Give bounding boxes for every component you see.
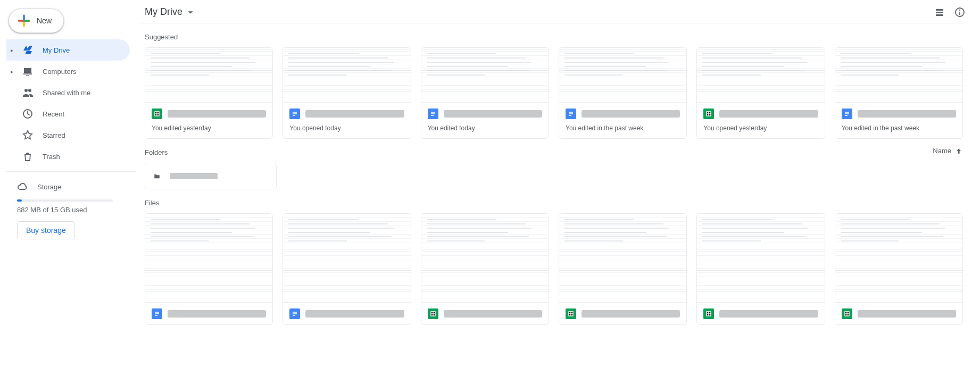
recent-icon xyxy=(22,108,33,119)
suggested-card[interactable]: You edited today xyxy=(421,47,549,139)
header: My Drive xyxy=(138,2,967,23)
sheets-icon xyxy=(703,108,714,119)
file-subtitle: You edited today xyxy=(421,124,549,138)
file-card[interactable] xyxy=(696,213,825,325)
sheets-icon xyxy=(566,308,576,319)
plus-icon xyxy=(18,14,30,27)
file-title-redacted xyxy=(444,110,542,118)
shared-icon xyxy=(22,87,33,98)
file-subtitle: You opened today xyxy=(283,124,410,138)
expand-icon[interactable]: ▸ xyxy=(11,47,16,53)
breadcrumb[interactable]: My Drive xyxy=(145,6,195,18)
thumbnail xyxy=(835,48,962,103)
list-view-icon xyxy=(934,7,945,18)
sidebar-item-label: Recent xyxy=(43,110,64,118)
section-title-suggested: Suggested xyxy=(138,23,967,47)
thumbnail xyxy=(283,48,410,103)
sidebar-item-storage[interactable]: Storage xyxy=(6,176,136,197)
sort-label: Name xyxy=(933,147,951,155)
nav-list: ▸ My Drive ▸ Computers Shared with me Re… xyxy=(6,39,136,167)
sort-button[interactable]: Name xyxy=(933,147,967,155)
new-button[interactable]: New xyxy=(9,9,64,33)
docs-icon xyxy=(152,308,162,319)
expand-icon[interactable]: ▸ xyxy=(11,69,16,74)
thumbnail xyxy=(421,48,549,103)
files-grid xyxy=(138,213,967,325)
sidebar-item-shared[interactable]: Shared with me xyxy=(6,82,130,103)
thumbnail xyxy=(835,214,962,303)
suggested-card[interactable]: You edited in the past week xyxy=(835,47,963,139)
sidebar-item-recent[interactable]: Recent xyxy=(6,103,130,124)
file-title-redacted xyxy=(582,310,680,318)
folder-icon xyxy=(152,171,162,181)
sidebar-item-computers[interactable]: ▸ Computers xyxy=(6,61,130,82)
thumbnail xyxy=(559,48,686,103)
thumbnail xyxy=(145,214,272,303)
section-title-files: Files xyxy=(138,189,967,213)
file-card[interactable] xyxy=(145,213,273,325)
storage-label: Storage xyxy=(37,183,62,191)
caret-down-icon xyxy=(186,7,195,17)
info-icon xyxy=(954,7,965,18)
file-title-redacted xyxy=(858,110,956,118)
star-icon xyxy=(22,130,33,140)
sheets-icon xyxy=(842,308,852,319)
file-card[interactable] xyxy=(835,213,963,325)
sidebar-item-label: Shared with me xyxy=(43,89,90,97)
sheets-icon xyxy=(152,108,162,119)
sidebar: New ▸ My Drive ▸ Computers Shared with m… xyxy=(0,0,136,325)
details-button[interactable] xyxy=(954,7,965,18)
suggested-card[interactable]: You edited in the past week xyxy=(559,47,687,139)
thumbnail xyxy=(145,48,272,103)
sidebar-item-my-drive[interactable]: ▸ My Drive xyxy=(6,39,130,61)
sidebar-item-starred[interactable]: Starred xyxy=(6,124,130,146)
file-subtitle: You opened yesterday xyxy=(697,124,824,138)
sheets-icon xyxy=(703,308,714,319)
thumbnail xyxy=(697,214,824,303)
trash-icon xyxy=(22,151,33,162)
sidebar-item-trash[interactable]: Trash xyxy=(6,146,130,167)
cloud-icon xyxy=(17,181,28,192)
file-title-redacted xyxy=(719,110,818,118)
drive-icon xyxy=(22,45,33,55)
sidebar-item-label: My Drive xyxy=(43,46,70,54)
docs-icon xyxy=(289,308,300,319)
suggested-card[interactable]: You opened today xyxy=(283,47,411,139)
docs-icon xyxy=(566,108,576,119)
thumbnail xyxy=(421,214,549,303)
file-card[interactable] xyxy=(559,213,687,325)
breadcrumb-label: My Drive xyxy=(145,6,182,18)
thumbnail xyxy=(697,48,824,103)
file-title-redacted xyxy=(582,110,680,118)
suggested-card[interactable]: You opened yesterday xyxy=(696,47,825,139)
file-card[interactable] xyxy=(421,213,549,325)
new-button-label: New xyxy=(37,16,52,25)
docs-icon xyxy=(289,108,300,119)
buy-storage-button[interactable]: Buy storage xyxy=(17,221,75,239)
folders-row xyxy=(138,163,967,189)
storage-bar xyxy=(17,199,113,202)
file-title-redacted xyxy=(305,310,404,318)
thumbnail xyxy=(283,214,410,303)
file-subtitle: You edited in the past week xyxy=(835,124,962,138)
file-title-redacted xyxy=(444,310,542,318)
list-view-button[interactable] xyxy=(934,7,945,18)
main: My Drive Suggested You edited yesterday xyxy=(136,0,980,325)
file-title-redacted xyxy=(168,310,266,318)
buy-storage-label: Buy storage xyxy=(26,226,66,235)
storage-used-text: 882 MB of 15 GB used xyxy=(6,206,136,214)
computers-icon xyxy=(22,66,33,77)
file-subtitle: You edited yesterday xyxy=(145,124,272,138)
suggested-card[interactable]: You edited yesterday xyxy=(145,47,273,139)
thumbnail xyxy=(559,214,686,303)
sidebar-item-label: Starred xyxy=(43,131,65,139)
section-title-folders: Folders xyxy=(138,139,168,163)
file-card[interactable] xyxy=(283,213,411,325)
file-title-redacted xyxy=(858,310,956,318)
folder-card[interactable] xyxy=(145,163,277,189)
sheets-icon xyxy=(428,308,438,319)
arrow-up-icon xyxy=(954,147,963,155)
folder-title-redacted xyxy=(170,173,218,179)
sidebar-item-label: Computers xyxy=(43,68,77,76)
docs-icon xyxy=(842,108,852,119)
